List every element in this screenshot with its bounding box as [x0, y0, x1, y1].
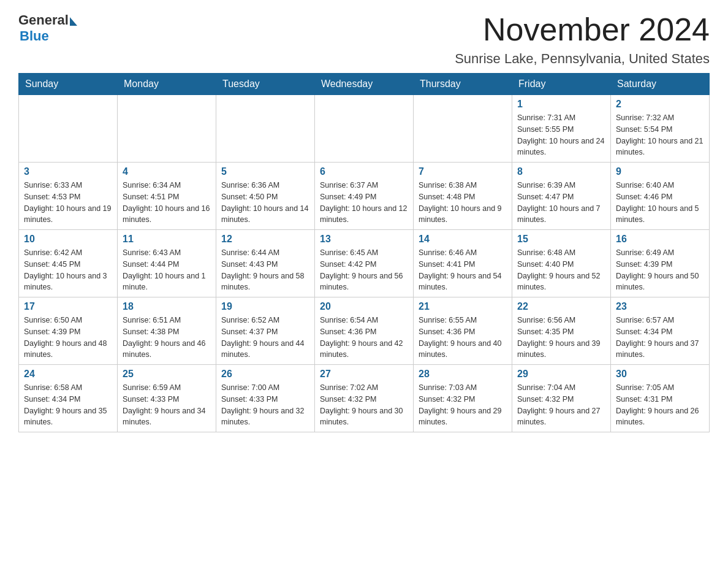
calendar-cell: 30Sunrise: 7:05 AMSunset: 4:31 PMDayligh… [611, 365, 710, 432]
calendar-cell: 17Sunrise: 6:50 AMSunset: 4:39 PMDayligh… [19, 297, 118, 365]
calendar-cell: 19Sunrise: 6:52 AMSunset: 4:37 PMDayligh… [216, 297, 315, 365]
day-number: 3 [24, 166, 112, 177]
calendar-cell: 21Sunrise: 6:55 AMSunset: 4:36 PMDayligh… [414, 297, 512, 365]
page-header: General Blue November 2024 Sunrise Lake,… [18, 12, 710, 67]
week-row-2: 10Sunrise: 6:42 AMSunset: 4:45 PMDayligh… [19, 230, 710, 297]
calendar-cell [414, 95, 512, 163]
calendar-cell: 20Sunrise: 6:54 AMSunset: 4:36 PMDayligh… [315, 297, 414, 365]
day-info: Sunrise: 6:55 AMSunset: 4:36 PMDaylight:… [419, 315, 507, 361]
day-info: Sunrise: 7:31 AMSunset: 5:55 PMDaylight:… [517, 112, 605, 158]
col-monday: Monday [118, 74, 216, 95]
calendar-cell: 18Sunrise: 6:51 AMSunset: 4:38 PMDayligh… [118, 297, 216, 365]
logo-blue-text: Blue [20, 28, 49, 44]
day-number: 21 [419, 301, 507, 312]
day-info: Sunrise: 7:00 AMSunset: 4:33 PMDaylight:… [221, 382, 309, 428]
day-number: 11 [123, 234, 211, 245]
day-number: 9 [616, 166, 704, 177]
calendar-cell: 2Sunrise: 7:32 AMSunset: 5:54 PMDaylight… [611, 95, 710, 163]
day-info: Sunrise: 6:50 AMSunset: 4:39 PMDaylight:… [24, 315, 112, 361]
day-number: 4 [123, 166, 211, 177]
week-row-4: 24Sunrise: 6:58 AMSunset: 4:34 PMDayligh… [19, 365, 710, 432]
calendar-cell: 10Sunrise: 6:42 AMSunset: 4:45 PMDayligh… [19, 230, 118, 297]
calendar-cell: 11Sunrise: 6:43 AMSunset: 4:44 PMDayligh… [118, 230, 216, 297]
col-wednesday: Wednesday [315, 74, 414, 95]
col-friday: Friday [512, 74, 611, 95]
week-row-3: 17Sunrise: 6:50 AMSunset: 4:39 PMDayligh… [19, 297, 710, 365]
calendar-cell: 9Sunrise: 6:40 AMSunset: 4:46 PMDaylight… [611, 163, 710, 230]
day-info: Sunrise: 7:32 AMSunset: 5:54 PMDaylight:… [616, 112, 704, 158]
calendar-cell: 22Sunrise: 6:56 AMSunset: 4:35 PMDayligh… [512, 297, 611, 365]
day-number: 23 [616, 301, 704, 312]
day-info: Sunrise: 7:04 AMSunset: 4:32 PMDaylight:… [517, 382, 605, 428]
calendar-cell: 29Sunrise: 7:04 AMSunset: 4:32 PMDayligh… [512, 365, 611, 432]
day-number: 29 [517, 369, 605, 380]
day-info: Sunrise: 6:34 AMSunset: 4:51 PMDaylight:… [123, 180, 211, 226]
calendar-cell: 23Sunrise: 6:57 AMSunset: 4:34 PMDayligh… [611, 297, 710, 365]
location-title: Sunrise Lake, Pennsylvania, United State… [455, 51, 710, 67]
week-row-1: 3Sunrise: 6:33 AMSunset: 4:53 PMDaylight… [19, 163, 710, 230]
day-info: Sunrise: 6:54 AMSunset: 4:36 PMDaylight:… [320, 315, 408, 361]
day-info: Sunrise: 6:43 AMSunset: 4:44 PMDaylight:… [123, 247, 211, 293]
calendar-cell: 7Sunrise: 6:38 AMSunset: 4:48 PMDaylight… [414, 163, 512, 230]
day-number: 10 [24, 234, 112, 245]
day-info: Sunrise: 6:46 AMSunset: 4:41 PMDaylight:… [419, 247, 507, 293]
logo: General Blue [18, 12, 77, 44]
calendar-cell: 15Sunrise: 6:48 AMSunset: 4:40 PMDayligh… [512, 230, 611, 297]
logo-general-text: General [18, 12, 69, 28]
day-number: 24 [24, 369, 112, 380]
day-info: Sunrise: 6:56 AMSunset: 4:35 PMDaylight:… [517, 315, 605, 361]
day-info: Sunrise: 6:39 AMSunset: 4:47 PMDaylight:… [517, 180, 605, 226]
calendar-table: Sunday Monday Tuesday Wednesday Thursday… [18, 73, 710, 432]
day-number: 16 [616, 234, 704, 245]
day-info: Sunrise: 7:05 AMSunset: 4:31 PMDaylight:… [616, 382, 704, 428]
calendar-cell: 1Sunrise: 7:31 AMSunset: 5:55 PMDaylight… [512, 95, 611, 163]
day-number: 5 [221, 166, 309, 177]
title-section: November 2024 Sunrise Lake, Pennsylvania… [455, 12, 710, 67]
col-sunday: Sunday [19, 74, 118, 95]
day-info: Sunrise: 6:36 AMSunset: 4:50 PMDaylight:… [221, 180, 309, 226]
calendar-cell: 14Sunrise: 6:46 AMSunset: 4:41 PMDayligh… [414, 230, 512, 297]
calendar-cell: 28Sunrise: 7:03 AMSunset: 4:32 PMDayligh… [414, 365, 512, 432]
day-number: 7 [419, 166, 507, 177]
calendar-cell [315, 95, 414, 163]
calendar-cell: 8Sunrise: 6:39 AMSunset: 4:47 PMDaylight… [512, 163, 611, 230]
day-number: 25 [123, 369, 211, 380]
day-info: Sunrise: 6:58 AMSunset: 4:34 PMDaylight:… [24, 382, 112, 428]
day-number: 1 [517, 99, 605, 110]
day-info: Sunrise: 6:40 AMSunset: 4:46 PMDaylight:… [616, 180, 704, 226]
calendar-cell [216, 95, 315, 163]
calendar-cell: 13Sunrise: 6:45 AMSunset: 4:42 PMDayligh… [315, 230, 414, 297]
day-info: Sunrise: 6:49 AMSunset: 4:39 PMDaylight:… [616, 247, 704, 293]
day-info: Sunrise: 6:33 AMSunset: 4:53 PMDaylight:… [24, 180, 112, 226]
day-info: Sunrise: 6:51 AMSunset: 4:38 PMDaylight:… [123, 315, 211, 361]
day-info: Sunrise: 6:48 AMSunset: 4:40 PMDaylight:… [517, 247, 605, 293]
day-number: 27 [320, 369, 408, 380]
logo-arrow-icon [70, 17, 77, 26]
calendar-cell: 4Sunrise: 6:34 AMSunset: 4:51 PMDaylight… [118, 163, 216, 230]
day-info: Sunrise: 6:57 AMSunset: 4:34 PMDaylight:… [616, 315, 704, 361]
calendar-cell [118, 95, 216, 163]
day-info: Sunrise: 7:02 AMSunset: 4:32 PMDaylight:… [320, 382, 408, 428]
week-row-0: 1Sunrise: 7:31 AMSunset: 5:55 PMDaylight… [19, 95, 710, 163]
calendar-cell: 12Sunrise: 6:44 AMSunset: 4:43 PMDayligh… [216, 230, 315, 297]
day-number: 18 [123, 301, 211, 312]
day-info: Sunrise: 6:44 AMSunset: 4:43 PMDaylight:… [221, 247, 309, 293]
col-saturday: Saturday [611, 74, 710, 95]
day-number: 26 [221, 369, 309, 380]
day-number: 12 [221, 234, 309, 245]
day-number: 22 [517, 301, 605, 312]
day-info: Sunrise: 6:37 AMSunset: 4:49 PMDaylight:… [320, 180, 408, 226]
calendar-cell [19, 95, 118, 163]
day-number: 19 [221, 301, 309, 312]
day-info: Sunrise: 6:52 AMSunset: 4:37 PMDaylight:… [221, 315, 309, 361]
day-info: Sunrise: 6:38 AMSunset: 4:48 PMDaylight:… [419, 180, 507, 226]
day-info: Sunrise: 6:59 AMSunset: 4:33 PMDaylight:… [123, 382, 211, 428]
day-info: Sunrise: 6:42 AMSunset: 4:45 PMDaylight:… [24, 247, 112, 293]
day-number: 13 [320, 234, 408, 245]
day-info: Sunrise: 7:03 AMSunset: 4:32 PMDaylight:… [419, 382, 507, 428]
col-tuesday: Tuesday [216, 74, 315, 95]
calendar-cell: 27Sunrise: 7:02 AMSunset: 4:32 PMDayligh… [315, 365, 414, 432]
day-number: 14 [419, 234, 507, 245]
day-number: 30 [616, 369, 704, 380]
day-number: 20 [320, 301, 408, 312]
